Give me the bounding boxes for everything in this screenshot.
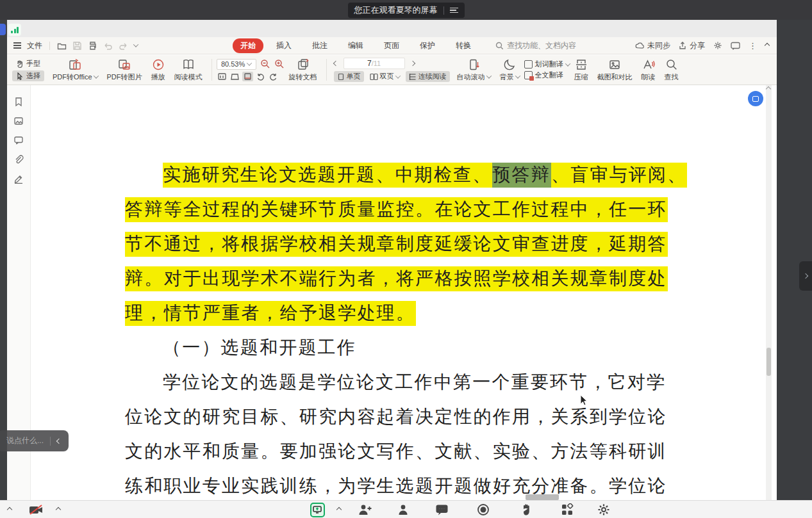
expand-panel-tab[interactable] bbox=[799, 261, 812, 291]
background-button[interactable]: 背景 bbox=[495, 57, 524, 83]
scrollbar-thumb[interactable] bbox=[766, 348, 771, 376]
read-aloud-label: 朗读 bbox=[642, 72, 656, 82]
ribbon-tab-6[interactable]: 转换 bbox=[448, 38, 479, 53]
apps-icon[interactable] bbox=[559, 501, 576, 518]
single-page-button[interactable]: 单页 bbox=[334, 71, 364, 82]
full-translate-icon bbox=[524, 71, 533, 79]
cloud-sync-icon bbox=[635, 42, 645, 49]
double-page-label: 双页 bbox=[380, 72, 394, 81]
print-icon[interactable] bbox=[88, 41, 97, 51]
zoom-out-icon[interactable] bbox=[260, 59, 270, 69]
sync-status[interactable]: 未同步 bbox=[635, 40, 670, 51]
comment-icon[interactable] bbox=[13, 135, 24, 145]
document-canvas[interactable]: 实施研究生论文选题开题、中期检查、预答辩、盲审与评阅、答辩等全过程的关键环节质量… bbox=[31, 85, 766, 500]
ribbon-tab-2[interactable]: 批注 bbox=[304, 38, 335, 53]
body-text: 学位论文的选题是学位论文工作中第一个重要环节，它对学 bbox=[163, 370, 667, 395]
read-aloud-button[interactable]: 朗读 bbox=[637, 57, 660, 83]
read-mode-icon bbox=[182, 58, 195, 71]
continuous-read-button[interactable]: 连续阅读 bbox=[406, 71, 450, 82]
read-mode-button[interactable]: 阅读模式 bbox=[170, 57, 207, 83]
pdf-to-image-button[interactable]: PDF转图片 bbox=[103, 57, 147, 83]
vertical-scrollbar[interactable] bbox=[766, 85, 772, 500]
expand-up-icon[interactable] bbox=[5, 501, 14, 518]
compress-button[interactable]: 压缩 bbox=[570, 57, 593, 83]
scroll-up-icon[interactable] bbox=[766, 86, 771, 92]
ribbon-search[interactable]: 查找功能、文档内容 bbox=[495, 40, 576, 51]
auto-scroll-button[interactable]: 自动滚动 bbox=[452, 57, 495, 83]
hand-tool-button[interactable]: 手型 bbox=[12, 58, 44, 69]
redo-icon[interactable] bbox=[119, 41, 128, 51]
bookmark-icon[interactable] bbox=[13, 97, 24, 107]
camera-off-icon[interactable] bbox=[27, 501, 46, 518]
ribbon-tab-3[interactable]: 编辑 bbox=[340, 38, 371, 53]
next-page-icon[interactable] bbox=[410, 61, 415, 66]
select-tool-button[interactable]: 选择 bbox=[12, 70, 44, 81]
fit-width-icon[interactable] bbox=[229, 72, 240, 81]
ribbon-tab-0[interactable]: 开始 bbox=[233, 38, 263, 53]
actual-size-icon[interactable] bbox=[217, 72, 228, 81]
ribbon-tab-5[interactable]: 保护 bbox=[412, 38, 443, 53]
ribbon-tab-1[interactable]: 插入 bbox=[269, 38, 299, 53]
assistant-icon bbox=[752, 96, 759, 102]
mouse-cursor bbox=[580, 394, 588, 409]
screenshot-compare-button[interactable]: 截图和对比 bbox=[593, 57, 637, 83]
previous-page-icon[interactable] bbox=[333, 61, 338, 66]
signature-icon[interactable] bbox=[13, 174, 24, 184]
save-icon[interactable] bbox=[72, 41, 82, 51]
double-page-button[interactable]: 双页 bbox=[367, 71, 403, 82]
menu-left-cluster: 文件 bbox=[7, 40, 138, 51]
gear-icon[interactable] bbox=[713, 41, 722, 50]
zoom-in-icon[interactable] bbox=[274, 59, 285, 69]
pdf-to-office-button[interactable]: PDF转Office bbox=[48, 57, 103, 83]
settings-gear-icon[interactable] bbox=[596, 501, 611, 518]
page-number-field[interactable]: 7/11 bbox=[344, 58, 405, 69]
play-button[interactable]: 播放 bbox=[147, 57, 170, 83]
open-folder-icon[interactable] bbox=[57, 41, 67, 51]
full-translate-button[interactable]: 全文翻译 bbox=[524, 70, 570, 80]
chat-icon[interactable] bbox=[433, 501, 450, 518]
expand-up-icon[interactable] bbox=[335, 501, 344, 518]
find-button[interactable]: 查找 bbox=[660, 57, 683, 83]
fit-page-icon[interactable] bbox=[242, 72, 253, 81]
zoom-level-select[interactable]: 80.53% bbox=[217, 59, 256, 70]
floating-assistant-badge[interactable] bbox=[748, 91, 763, 106]
rotate-left-icon[interactable] bbox=[255, 72, 266, 81]
pdf-to-image-label: PDF转图片 bbox=[107, 72, 142, 82]
meeting-top-bar: 您正在观看夏琴的屏幕 bbox=[0, 0, 812, 20]
meeting-bottom-bar bbox=[0, 500, 812, 518]
expand-up-icon[interactable] bbox=[54, 501, 63, 518]
more-dots-icon[interactable]: ⋮ bbox=[749, 41, 757, 51]
comment-bubble-icon[interactable] bbox=[731, 42, 740, 50]
rotate-document-button[interactable]: 旋转文档 bbox=[285, 57, 322, 83]
customize-toolbar-caret[interactable] bbox=[133, 42, 138, 47]
screen-share-active-icon[interactable] bbox=[309, 501, 326, 518]
collapse-ribbon-icon[interactable] bbox=[765, 43, 770, 48]
watching-screen-text: 您正在观看夏琴的屏幕 bbox=[354, 4, 438, 16]
pdf-to-image-icon bbox=[118, 58, 131, 71]
share-button[interactable]: 分享 bbox=[679, 40, 705, 51]
ribbon-tab-4[interactable]: 页面 bbox=[376, 38, 407, 53]
divider bbox=[50, 437, 51, 446]
rotate-right-icon[interactable] bbox=[268, 72, 279, 81]
screenshot-compare-label: 截图和对比 bbox=[597, 72, 633, 82]
hand-tool-label: 手型 bbox=[26, 59, 40, 69]
highlighted-text: 辩。对于出现学术不端行为者，将严格按照学校相关规章制度处 bbox=[125, 266, 668, 291]
app-badge-icon bbox=[0, 24, 6, 35]
attachment-icon[interactable] bbox=[13, 154, 24, 165]
raise-hand-icon[interactable] bbox=[519, 501, 534, 518]
chat-input-pill[interactable]: 说点什么... bbox=[0, 430, 69, 451]
highlighted-text: 、盲审与评阅、 bbox=[551, 163, 687, 188]
word-translate-button[interactable]: 划词翻译 bbox=[524, 60, 570, 69]
participants-icon[interactable] bbox=[395, 501, 411, 518]
main-menu-icon[interactable] bbox=[13, 42, 21, 49]
play-icon bbox=[152, 58, 165, 71]
invite-member-icon[interactable] bbox=[356, 501, 374, 518]
undo-icon[interactable] bbox=[103, 41, 113, 51]
record-icon[interactable] bbox=[476, 501, 491, 518]
banner-menu-icon[interactable] bbox=[450, 8, 458, 13]
thumbnail-image-icon[interactable] bbox=[13, 116, 24, 126]
file-menu[interactable]: 文件 bbox=[27, 40, 42, 51]
hand-icon bbox=[16, 60, 24, 68]
find-label: 查找 bbox=[665, 72, 679, 82]
collapse-chat-icon[interactable] bbox=[56, 438, 62, 443]
